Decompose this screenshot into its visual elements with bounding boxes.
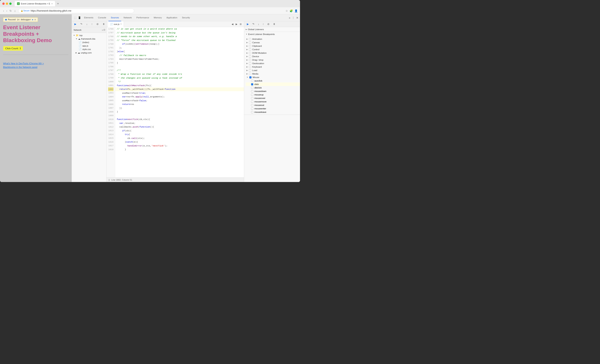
close-devtools-button[interactable]: ✕ [296,16,299,19]
bp-dom-mutation[interactable]: ▶ DOM Mutation [244,51,300,55]
bp-dblclick[interactable]: dblclick [246,86,300,90]
step-into-button[interactable]: ↓ [85,22,89,26]
devtools-settings-button[interactable]: ⋮ [292,16,295,19]
bp-mouseout-checkbox[interactable] [251,104,253,106]
bp-mousedown-checkbox[interactable] [251,90,253,92]
pretty-print-icon[interactable]: {} [108,179,110,181]
bookmark-icon[interactable]: ☆ [285,9,288,12]
tree-stylecss[interactable]: 📄 style.css [72,47,106,51]
extensions-icon[interactable]: 🧩 [290,9,293,12]
step-out-button[interactable]: ↑ [90,22,94,26]
bp-load-checkbox[interactable] [249,69,251,72]
format-button[interactable]: ⊞ [239,22,242,26]
bp-control[interactable]: ▶ Control [244,48,300,51]
bp-mouseover[interactable]: mouseover [246,96,300,100]
resume-button[interactable]: ▶ [73,22,77,26]
tab-security[interactable]: Security [179,14,192,21]
tab-memory[interactable]: Memory [151,14,164,21]
bp-dblclick-checkbox[interactable] [251,87,253,89]
resume-icon[interactable]: ▶ [32,18,33,21]
forward-button[interactable]: › [6,9,8,13]
deactivate-breakpoints-button[interactable]: ⊘ [95,22,100,26]
browser-tab[interactable]: E Event Listener Breakpoints + E ✕ [15,1,55,6]
pause-on-exceptions-button[interactable]: ⏸ [101,22,106,26]
tree-appjs[interactable]: 📄 app.js [72,44,106,47]
pause-right-button[interactable]: ⏸ [272,22,277,26]
bp-dom-mutation-checkbox[interactable] [249,52,251,54]
editor-tab-vuejs[interactable]: 📄 vue.js ✕ [108,21,124,27]
bp-animation-checkbox[interactable] [249,38,251,40]
tab-close-icon[interactable]: ✕ [51,3,53,5]
bp-click[interactable]: click [246,82,300,86]
bp-click-checkbox[interactable] [251,83,253,85]
tab-elements[interactable]: Elements [82,14,96,21]
bp-device-checkbox[interactable] [249,55,251,58]
code-area[interactable]: 1786 1787 1788 1789 1790 1791 1792 1793 … [106,27,244,177]
minimize-button[interactable] [6,2,8,5]
bp-mouseleave[interactable]: mouseleave [246,110,300,114]
bp-mouseenter-checkbox[interactable] [251,108,253,110]
back-button[interactable]: ‹ [2,9,5,13]
tree-framework[interactable]: ▼ ☁ framework-bla [72,37,106,41]
tab-performance[interactable]: Performance [134,14,151,21]
deactivate-right-button[interactable]: ⊘ [266,22,271,26]
step-into-right-button[interactable]: ↓ [257,22,260,26]
sources-settings-button[interactable]: ⚙ [103,28,105,31]
new-tab-button[interactable]: + [56,1,60,6]
more-sources-button[interactable]: » [102,28,103,31]
resume-right-button[interactable]: ▶ [246,22,250,26]
bp-device[interactable]: ▶ Device [244,55,300,58]
click-count[interactable]: Click Count: 3 [3,46,23,51]
bp-mousedown[interactable]: mousedown [246,90,300,93]
bp-geolocation[interactable]: ▶ Geolocation [244,62,300,65]
bp-clipboard[interactable]: ▶ Clipboard [244,44,300,48]
user-icon[interactable]: 👤 [294,9,298,12]
bp-control-checkbox[interactable] [249,48,251,51]
step-out-right-button[interactable]: ↑ [262,22,265,26]
editor-close-icon[interactable]: ✕ [120,23,122,25]
navigate-back-button[interactable]: ◀ [231,22,234,26]
event-listener-breakpoints-header[interactable]: ▼ Event Listener Breakpoints [244,32,300,36]
step-over-right-button[interactable]: ↷ [251,22,255,26]
reload-button[interactable]: ↻ [9,9,13,13]
bp-mousemove[interactable]: mousemove [246,100,300,103]
bp-mouse-checkbox[interactable] [249,76,252,78]
bp-keyboard[interactable]: ▶ Keyboard [244,65,300,69]
bp-mouseup[interactable]: mouseup [246,93,300,96]
bp-mouse[interactable]: ▼ Mouse [244,75,300,79]
bp-load[interactable]: ▶ Load [244,69,300,72]
tab-console[interactable]: Console [96,14,108,21]
bp-mouseleave-checkbox[interactable] [251,111,253,113]
maximize-button[interactable] [9,2,12,5]
bp-keyboard-checkbox[interactable] [249,66,251,68]
device-toggle-button[interactable]: 📱 [77,16,82,19]
inspect-element-button[interactable]: ⬚ [73,16,77,19]
tree-top[interactable]: ▼ 📁 top [72,34,106,37]
tree-index[interactable]: 📄 (index) [72,41,106,44]
home-button[interactable]: ⌂ [13,9,16,13]
tree-unpkg[interactable]: ▶ ☁ unpkg.com [72,51,106,55]
network-tab[interactable]: Network [73,28,83,31]
bp-media-checkbox[interactable] [249,73,251,75]
bp-mouseenter[interactable]: mouseenter [246,107,300,110]
step-over-button[interactable]: ↷ [79,22,84,26]
bp-drag-drop-checkbox[interactable] [249,59,251,61]
bp-mouseover-checkbox[interactable] [251,97,253,99]
tab-sources[interactable]: Sources [108,14,121,21]
more-tabs-button[interactable]: » [289,16,290,19]
bp-geolocation-checkbox[interactable] [249,62,251,64]
blackboxing-link[interactable]: Blackboxing in the Network panel [3,65,68,69]
navigate-forward-button[interactable]: ▶ [235,22,238,26]
bp-clipboard-checkbox[interactable] [249,45,251,47]
whats-new-link[interactable]: What's New In DevTools (Chrome 66) > [3,62,68,65]
bp-mousemove-checkbox[interactable] [251,101,253,103]
tab-network[interactable]: Network [121,14,134,21]
bp-drag-drop[interactable]: ▶ Drag / drop [244,58,300,62]
bp-media[interactable]: ▶ Media [244,72,300,75]
bp-canvas-checkbox[interactable] [249,42,251,44]
deactivate-icon[interactable]: ⊘ [35,18,36,21]
bp-auxclick[interactable]: auxclick [246,79,300,82]
close-button[interactable] [2,2,5,5]
address-input[interactable]: 🔒 Secure https://framework-blackboxing.g… [18,9,134,13]
bp-animation[interactable]: ▶ Animation [244,37,300,41]
